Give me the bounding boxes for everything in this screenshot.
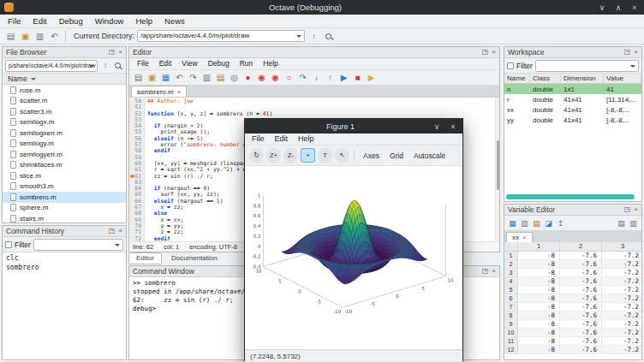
filter-checkbox[interactable] [5,241,12,248]
undock-button[interactable]: ∨ [432,122,442,131]
code-line[interactable]: 50## Author: jwe [129,98,499,104]
figure-plot-area[interactable] [245,166,462,349]
close-button[interactable]: × [448,122,458,131]
menu-item[interactable]: Edit [154,57,177,70]
path-combo[interactable]: p/share/octave/4.4.0/m/plot/draw [5,60,98,72]
history-item[interactable]: clc [3,253,126,263]
maximize-button[interactable]: ∧ [613,3,623,12]
filter-checkbox[interactable] [507,62,514,69]
menu-item[interactable]: Edit [270,133,294,145]
close-icon[interactable] [118,47,122,57]
file-list-item[interactable]: shrinkfaces.m [3,160,126,171]
file-list-item[interactable]: semilogy.m [3,139,126,150]
n[interactable]: n double 1x1 41 [504,84,641,94]
r[interactable]: r double 41x41 [11.314,... [504,94,641,104]
figure-window[interactable]: Figure 1 ∨× FileEditHelp ↻Z+Z-+T↖ AxesGr… [244,118,463,361]
menu-item[interactable]: Debug [203,57,235,70]
pan-icon[interactable]: + [301,148,315,163]
open-file-icon[interactable]: ▣ [146,71,158,84]
search-icon[interactable] [113,59,123,72]
step-icon[interactable]: ↷ [296,71,309,84]
code-line[interactable]: 52function [x, y, z] = sombrero (n = 41) [129,111,499,117]
column-header[interactable]: Value [604,74,641,83]
file-list-item[interactable]: semilogx.m [3,117,126,128]
current-directory-combo[interactable]: /app/share/octave/4.4.0/m/plot/draw [137,30,305,42]
file-list-item[interactable]: slice.m [3,170,126,181]
menu-item[interactable]: Run [235,57,259,70]
menu-item[interactable]: View [176,57,202,70]
redo-icon[interactable]: ↷ [187,71,200,84]
copy-icon[interactable]: ▥ [519,217,530,228]
undo-icon[interactable]: ↶ [173,71,186,84]
quit-debug-icon[interactable]: ■ [351,71,364,84]
autoscale-button[interactable]: Autoscale [409,150,450,162]
run-file-icon[interactable]: ▶ [365,71,378,84]
tab-documentation[interactable]: Documentation [164,252,225,264]
filter-combo[interactable] [33,239,123,251]
undock-icon[interactable] [624,205,631,215]
paste-icon[interactable]: ▤ [214,71,227,84]
plot-icon[interactable]: ◪ [543,217,554,228]
directory-up-icon[interactable]: ↑ [100,59,110,72]
history-item[interactable]: sombrero [3,263,126,272]
file-list-item[interactable]: rose.m [3,85,126,96]
file-list-item[interactable]: scatter3.m [3,106,126,117]
grid-button[interactable]: Grid [385,150,408,162]
close-icon[interactable] [634,47,638,57]
up-level-icon[interactable]: ↥ [555,217,566,228]
menu-item[interactable]: Help [258,57,283,70]
xx[interactable]: xx double 41x41 [-8,-8,... [504,104,641,115]
paste-icon[interactable]: ▤ [531,217,542,228]
browse-directory-icon[interactable] [323,30,336,43]
figure-canvas[interactable] [245,166,462,349]
column-header[interactable]: Dimension [561,74,604,83]
menu-item[interactable]: File [247,133,270,145]
remove-breakpoints-icon[interactable]: ○ [283,71,295,84]
figure-titlebar[interactable]: Figure 1 ∨× [245,119,462,134]
undock-icon[interactable] [482,47,489,57]
undock-icon[interactable] [109,47,116,57]
insert-text-icon[interactable]: T [318,148,332,163]
close-icon[interactable] [492,266,496,276]
menu-item[interactable]: Help [129,15,158,27]
next-breakpoint-icon[interactable]: ◉ [255,71,268,84]
previous-breakpoint-icon[interactable]: ◉ [269,71,282,84]
save-icon[interactable]: ▦ [159,71,172,84]
menu-item[interactable]: Debug [53,15,89,27]
menu-item[interactable]: File [132,57,154,70]
column-header[interactable]: Class [530,74,561,83]
close-tab-icon[interactable]: × [522,234,527,241]
find-icon[interactable]: ◎ [228,71,241,84]
new-script-icon[interactable]: ▤ [4,30,17,43]
menu-item[interactable]: Edit [27,15,52,27]
axes-button[interactable]: Axes [359,150,384,162]
close-icon[interactable] [492,47,496,57]
file-list-item[interactable]: sphere.m [3,203,126,214]
menu-item[interactable]: Help [293,133,319,145]
undock-icon[interactable] [624,47,631,57]
menu-item[interactable]: News [158,15,191,27]
file-list-item[interactable]: semilogyerr.m [3,149,126,160]
step-out-icon[interactable]: ↑ [324,71,337,84]
undo-icon[interactable]: ↶ [48,30,61,43]
copy-icon[interactable]: ▥ [200,71,213,84]
open-file-icon[interactable]: ▣ [19,30,32,43]
column-header[interactable]: Name [504,74,530,83]
close-tab-icon[interactable]: × [177,88,182,96]
rotate-icon[interactable]: ↻ [249,148,264,163]
breakpoint-marker-icon[interactable] [130,175,134,179]
new-script-icon[interactable]: ▤ [132,71,145,84]
paste-icon[interactable]: ▥ [33,30,46,43]
columns-view-icon[interactable]: ▥ [628,217,639,228]
variable-grid[interactable]: 1231-8-7.6-7.22-8-7.6-7.23-8-7.6-7.24-8-… [504,242,641,359]
zoom-in-icon[interactable]: Z+ [266,148,281,163]
yy[interactable]: yy double 41x41 [-8,-8,... [504,115,641,125]
step-in-icon[interactable]: ↓ [310,71,323,84]
file-list-item[interactable]: stairs.m [3,213,126,223]
close-icon[interactable] [634,205,638,215]
titlebar[interactable]: Octave (Debugging) ∨∧× [0,0,644,15]
variable-tab[interactable]: xx × [506,232,533,242]
minimize-button[interactable]: ∨ [597,3,607,12]
file-list-item[interactable]: smooth3.m [3,181,126,193]
continue-icon[interactable]: ▶ [337,71,350,84]
